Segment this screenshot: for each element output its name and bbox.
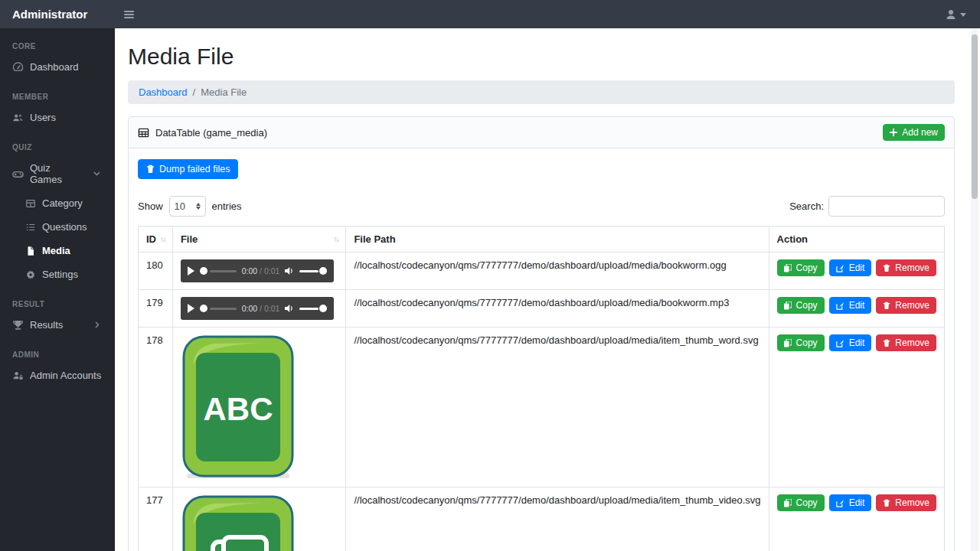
sidebar-item-users[interactable]: Users: [0, 106, 115, 129]
chevron-down-icon: [91, 168, 103, 180]
sidebar-item-settings[interactable]: Settings: [0, 262, 115, 286]
column-header-action: Action: [769, 227, 944, 253]
page-length-select[interactable]: 10: [169, 196, 206, 217]
user-icon: [945, 8, 957, 21]
dump-failed-files-button[interactable]: Dump failed files: [138, 159, 238, 179]
trash-icon: [883, 264, 890, 272]
column-header-file-path[interactable]: File Path: [346, 227, 769, 253]
gamepad-icon: [12, 168, 24, 180]
edit-icon: [836, 499, 844, 507]
remove-button[interactable]: Remove: [876, 297, 936, 314]
copy-button[interactable]: Copy: [777, 259, 825, 276]
word-thumbnail-image: ABC: [181, 334, 296, 480]
copy-button[interactable]: Copy: [777, 494, 825, 511]
volume-track[interactable]: [299, 308, 318, 310]
chevron-right-icon: [91, 319, 103, 331]
speaker-icon[interactable]: [285, 266, 294, 276]
video-thumbnail-image: [181, 494, 296, 551]
sidebar-item-label: Settings: [42, 269, 78, 280]
page-length-control: Show 10 entries: [138, 196, 242, 217]
sort-icon: ↑↓: [160, 235, 165, 243]
volume-handle[interactable]: [319, 305, 327, 312]
breadcrumb-dashboard-link[interactable]: Dashboard: [139, 86, 188, 98]
table-header-row: ID ↑↓ File ↑↓ File Path Action: [139, 227, 945, 253]
cell-action: Copy Edit Remove: [769, 328, 944, 487]
brand-title: Administrator: [0, 8, 115, 21]
cell-id: 179: [139, 290, 173, 328]
sidebar-item-label: Media: [42, 245, 70, 256]
trash-icon: [883, 499, 890, 507]
cell-action: Copy Edit Remove: [769, 253, 944, 290]
main-content: Media File Dashboard / Media File DataTa…: [115, 28, 968, 551]
copy-button[interactable]: Copy: [777, 334, 825, 351]
table-controls: Show 10 entries Search:: [138, 196, 945, 217]
cell-file: 0:00 / 0:01: [172, 253, 345, 290]
entries-label: entries: [212, 201, 242, 212]
sidebar-item-admin-accounts[interactable]: Admin Accounts: [0, 364, 115, 387]
hamburger-icon: [124, 11, 134, 12]
cell-file: 0:00 / 0:01: [172, 290, 345, 328]
sidebar: CORE Dashboard MEMBER Users QUIZ Quiz Ga…: [0, 28, 115, 551]
card-header: DataTable (game_media) Add new: [129, 117, 954, 148]
file-icon: [24, 245, 36, 256]
trophy-icon: [12, 319, 24, 331]
scrollbar-thumb[interactable]: [972, 34, 978, 199]
sidebar-item-results[interactable]: Results: [0, 313, 115, 337]
sidebar-item-category[interactable]: Category: [0, 191, 115, 215]
table-row: 178 ABC //localhost/codecanyon/qms/77777…: [139, 328, 945, 487]
remove-button[interactable]: Remove: [876, 494, 936, 511]
seek-track[interactable]: [210, 270, 237, 272]
sort-icon: ↑↓: [333, 235, 338, 243]
table-row: 180 0:00 / 0:01: [139, 253, 945, 290]
column-header-file[interactable]: File ↑↓: [172, 227, 345, 253]
edit-button[interactable]: Edit: [829, 259, 872, 276]
seek-track[interactable]: [210, 308, 237, 310]
seek-handle[interactable]: [200, 305, 207, 312]
user-lock-icon: [12, 370, 24, 381]
copy-button[interactable]: Copy: [777, 297, 825, 314]
audio-player[interactable]: 0:00 / 0:01: [181, 259, 334, 282]
sidebar-toggle-button[interactable]: [121, 8, 137, 21]
edit-button[interactable]: Edit: [829, 297, 872, 314]
copy-icon: [784, 499, 792, 507]
page-length-value: 10: [175, 201, 185, 212]
users-icon: [12, 112, 24, 123]
sidebar-item-label: Admin Accounts: [30, 370, 101, 381]
sidebar-item-dashboard[interactable]: Dashboard: [0, 55, 115, 79]
cell-file-path: //localhost/codecanyon/qms/7777777/demo/…: [346, 253, 769, 290]
user-menu-button[interactable]: [945, 8, 966, 21]
play-icon[interactable]: [188, 304, 194, 313]
table-icon: [138, 127, 149, 139]
sidebar-item-questions[interactable]: Questions: [0, 215, 115, 239]
search-input[interactable]: [828, 196, 945, 217]
sidebar-section-core: CORE: [0, 28, 115, 55]
page-title: Media File: [128, 44, 955, 70]
column-header-id[interactable]: ID ↑↓: [139, 227, 173, 253]
volume-track[interactable]: [299, 270, 318, 272]
volume-handle[interactable]: [319, 267, 327, 275]
sidebar-item-quiz-games[interactable]: Quiz Games: [0, 156, 115, 191]
audio-player[interactable]: 0:00 / 0:01: [181, 297, 334, 320]
table-row: 179 0:00 / 0:01: [139, 290, 945, 328]
sidebar-section-member: MEMBER: [0, 79, 115, 106]
edit-button[interactable]: Edit: [829, 334, 872, 351]
page-scrollbar[interactable]: [971, 28, 978, 551]
table-row: 177 //localhost/codecanyon/qms: [139, 487, 945, 551]
remove-button[interactable]: Remove: [876, 259, 936, 276]
play-icon[interactable]: [188, 266, 194, 276]
select-arrows-icon: [196, 203, 201, 210]
cell-action: Copy Edit Remove: [769, 487, 944, 551]
sidebar-item-media[interactable]: Media: [0, 239, 115, 262]
cell-file-path: //localhost/codecanyon/qms/7777777/demo/…: [346, 487, 769, 551]
audio-time: 0:00 / 0:01: [242, 266, 280, 276]
breadcrumb-separator: /: [193, 86, 196, 98]
seek-handle[interactable]: [200, 267, 207, 275]
cell-action: Copy Edit Remove: [769, 290, 944, 328]
remove-button[interactable]: Remove: [876, 334, 936, 351]
add-new-button[interactable]: Add new: [883, 124, 945, 141]
speaker-icon[interactable]: [285, 304, 294, 313]
edit-button[interactable]: Edit: [829, 494, 872, 511]
sidebar-item-label: Quiz Games: [30, 162, 85, 185]
cell-id: 177: [139, 487, 173, 551]
tachometer-icon: [12, 61, 24, 73]
